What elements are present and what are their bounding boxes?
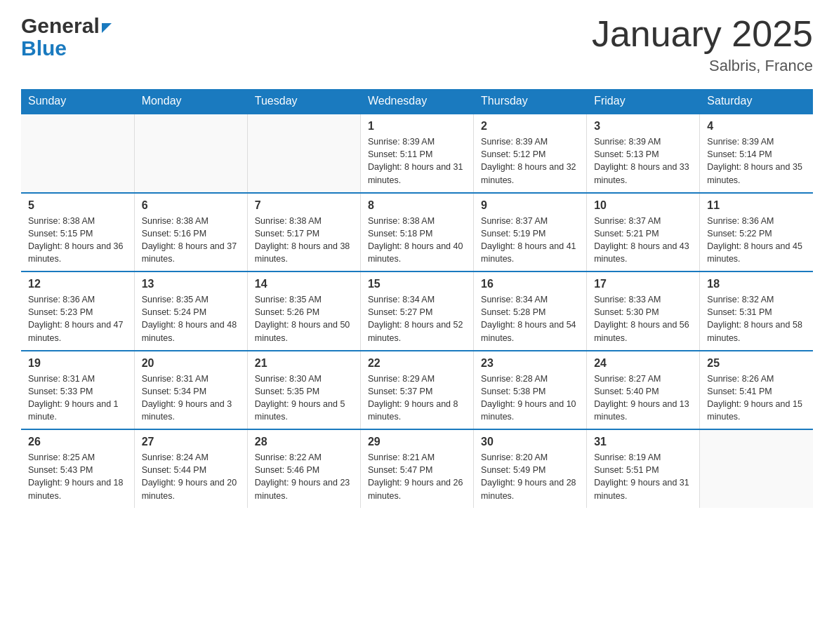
logo-text-general: General — [21, 14, 100, 38]
day-number: 31 — [594, 436, 692, 448]
header-thursday: Thursday — [474, 89, 587, 114]
day-number: 3 — [594, 120, 692, 133]
day-info: Sunrise: 8:26 AM Sunset: 5:41 PM Dayligh… — [707, 373, 806, 424]
table-row: 1Sunrise: 8:39 AM Sunset: 5:11 PM Daylig… — [360, 114, 473, 193]
table-row: 3Sunrise: 8:39 AM Sunset: 5:13 PM Daylig… — [587, 114, 700, 193]
table-row: 30Sunrise: 8:20 AM Sunset: 5:49 PM Dayli… — [474, 429, 587, 508]
calendar-week-row: 1Sunrise: 8:39 AM Sunset: 5:11 PM Daylig… — [21, 114, 813, 193]
header-sunday: Sunday — [21, 89, 134, 114]
day-number: 20 — [142, 357, 240, 370]
day-info: Sunrise: 8:39 AM Sunset: 5:13 PM Dayligh… — [594, 135, 692, 187]
day-info: Sunrise: 8:39 AM Sunset: 5:14 PM Dayligh… — [707, 135, 806, 187]
day-info: Sunrise: 8:19 AM Sunset: 5:51 PM Dayligh… — [594, 451, 692, 502]
table-row: 31Sunrise: 8:19 AM Sunset: 5:51 PM Dayli… — [587, 429, 700, 508]
table-row: 23Sunrise: 8:28 AM Sunset: 5:38 PM Dayli… — [474, 351, 587, 430]
table-row: 12Sunrise: 8:36 AM Sunset: 5:23 PM Dayli… — [21, 271, 134, 351]
day-info: Sunrise: 8:38 AM Sunset: 5:17 PM Dayligh… — [255, 215, 353, 266]
day-info: Sunrise: 8:39 AM Sunset: 5:12 PM Dayligh… — [481, 135, 579, 187]
calendar-week-row: 5Sunrise: 8:38 AM Sunset: 5:15 PM Daylig… — [21, 193, 813, 272]
header-wednesday: Wednesday — [360, 89, 473, 114]
day-info: Sunrise: 8:38 AM Sunset: 5:15 PM Dayligh… — [28, 215, 127, 266]
calendar-title-block: January 2025 Salbris, France — [592, 14, 813, 75]
table-row: 19Sunrise: 8:31 AM Sunset: 5:33 PM Dayli… — [21, 351, 134, 430]
table-row: 11Sunrise: 8:36 AM Sunset: 5:22 PM Dayli… — [700, 193, 813, 272]
day-info: Sunrise: 8:27 AM Sunset: 5:40 PM Dayligh… — [594, 373, 692, 424]
table-row: 22Sunrise: 8:29 AM Sunset: 5:37 PM Dayli… — [360, 351, 473, 430]
day-info: Sunrise: 8:30 AM Sunset: 5:35 PM Dayligh… — [255, 373, 353, 424]
day-number: 6 — [142, 199, 240, 212]
table-row: 15Sunrise: 8:34 AM Sunset: 5:27 PM Dayli… — [360, 271, 473, 351]
day-number: 5 — [28, 199, 127, 212]
table-row: 26Sunrise: 8:25 AM Sunset: 5:43 PM Dayli… — [21, 429, 134, 508]
day-info: Sunrise: 8:24 AM Sunset: 5:44 PM Dayligh… — [142, 451, 240, 502]
logo-text-blue: Blue — [21, 38, 67, 59]
day-number: 2 — [481, 120, 579, 133]
day-number: 8 — [368, 199, 466, 212]
table-row: 20Sunrise: 8:31 AM Sunset: 5:34 PM Dayli… — [134, 351, 247, 430]
table-row: 9Sunrise: 8:37 AM Sunset: 5:19 PM Daylig… — [474, 193, 587, 272]
table-row: 6Sunrise: 8:38 AM Sunset: 5:16 PM Daylig… — [134, 193, 247, 272]
table-row: 13Sunrise: 8:35 AM Sunset: 5:24 PM Dayli… — [134, 271, 247, 351]
day-number: 16 — [481, 278, 579, 290]
day-info: Sunrise: 8:21 AM Sunset: 5:47 PM Dayligh… — [368, 451, 466, 502]
table-row — [700, 429, 813, 508]
table-row: 5Sunrise: 8:38 AM Sunset: 5:15 PM Daylig… — [21, 193, 134, 272]
day-info: Sunrise: 8:34 AM Sunset: 5:28 PM Dayligh… — [481, 293, 579, 344]
table-row: 8Sunrise: 8:38 AM Sunset: 5:18 PM Daylig… — [360, 193, 473, 272]
table-row: 24Sunrise: 8:27 AM Sunset: 5:40 PM Dayli… — [587, 351, 700, 430]
day-info: Sunrise: 8:35 AM Sunset: 5:26 PM Dayligh… — [255, 293, 353, 344]
header-saturday: Saturday — [700, 89, 813, 114]
day-number: 14 — [255, 278, 353, 290]
table-row: 17Sunrise: 8:33 AM Sunset: 5:30 PM Dayli… — [587, 271, 700, 351]
table-row: 2Sunrise: 8:39 AM Sunset: 5:12 PM Daylig… — [474, 114, 587, 193]
table-row: 25Sunrise: 8:26 AM Sunset: 5:41 PM Dayli… — [700, 351, 813, 430]
day-info: Sunrise: 8:36 AM Sunset: 5:22 PM Dayligh… — [707, 215, 806, 266]
logo-arrow-icon — [102, 23, 112, 33]
day-number: 18 — [707, 278, 806, 290]
page-header: General Blue January 2025 Salbris, Franc… — [21, 14, 813, 75]
header-friday: Friday — [587, 89, 700, 114]
logo: General Blue — [21, 14, 112, 59]
day-info: Sunrise: 8:38 AM Sunset: 5:18 PM Dayligh… — [368, 215, 466, 266]
day-info: Sunrise: 8:34 AM Sunset: 5:27 PM Dayligh… — [368, 293, 466, 344]
day-number: 17 — [594, 278, 692, 290]
table-row — [134, 114, 247, 193]
day-number: 7 — [255, 199, 353, 212]
day-info: Sunrise: 8:32 AM Sunset: 5:31 PM Dayligh… — [707, 293, 806, 344]
day-number: 23 — [481, 357, 579, 370]
calendar-week-row: 26Sunrise: 8:25 AM Sunset: 5:43 PM Dayli… — [21, 429, 813, 508]
day-info: Sunrise: 8:33 AM Sunset: 5:30 PM Dayligh… — [594, 293, 692, 344]
day-number: 13 — [142, 278, 240, 290]
day-number: 10 — [594, 199, 692, 212]
calendar-header-row: Sunday Monday Tuesday Wednesday Thursday… — [21, 89, 813, 114]
header-tuesday: Tuesday — [247, 89, 360, 114]
table-row: 14Sunrise: 8:35 AM Sunset: 5:26 PM Dayli… — [247, 271, 360, 351]
day-info: Sunrise: 8:39 AM Sunset: 5:11 PM Dayligh… — [368, 135, 466, 187]
day-info: Sunrise: 8:37 AM Sunset: 5:21 PM Dayligh… — [594, 215, 692, 266]
header-monday: Monday — [134, 89, 247, 114]
day-number: 21 — [255, 357, 353, 370]
day-info: Sunrise: 8:31 AM Sunset: 5:34 PM Dayligh… — [142, 373, 240, 424]
table-row: 16Sunrise: 8:34 AM Sunset: 5:28 PM Dayli… — [474, 271, 587, 351]
day-number: 27 — [142, 436, 240, 448]
day-number: 30 — [481, 436, 579, 448]
day-number: 1 — [368, 120, 466, 133]
table-row: 27Sunrise: 8:24 AM Sunset: 5:44 PM Dayli… — [134, 429, 247, 508]
day-info: Sunrise: 8:36 AM Sunset: 5:23 PM Dayligh… — [28, 293, 127, 344]
calendar-title: January 2025 — [592, 14, 813, 54]
day-number: 25 — [707, 357, 806, 370]
table-row: 18Sunrise: 8:32 AM Sunset: 5:31 PM Dayli… — [700, 271, 813, 351]
day-info: Sunrise: 8:29 AM Sunset: 5:37 PM Dayligh… — [368, 373, 466, 424]
calendar-subtitle: Salbris, France — [592, 57, 813, 75]
table-row — [21, 114, 134, 193]
table-row: 7Sunrise: 8:38 AM Sunset: 5:17 PM Daylig… — [247, 193, 360, 272]
day-info: Sunrise: 8:20 AM Sunset: 5:49 PM Dayligh… — [481, 451, 579, 502]
day-number: 9 — [481, 199, 579, 212]
day-info: Sunrise: 8:38 AM Sunset: 5:16 PM Dayligh… — [142, 215, 240, 266]
day-info: Sunrise: 8:25 AM Sunset: 5:43 PM Dayligh… — [28, 451, 127, 502]
day-info: Sunrise: 8:31 AM Sunset: 5:33 PM Dayligh… — [28, 373, 127, 424]
day-number: 4 — [707, 120, 806, 133]
calendar-table: Sunday Monday Tuesday Wednesday Thursday… — [21, 89, 813, 508]
calendar-week-row: 19Sunrise: 8:31 AM Sunset: 5:33 PM Dayli… — [21, 351, 813, 430]
day-number: 19 — [28, 357, 127, 370]
